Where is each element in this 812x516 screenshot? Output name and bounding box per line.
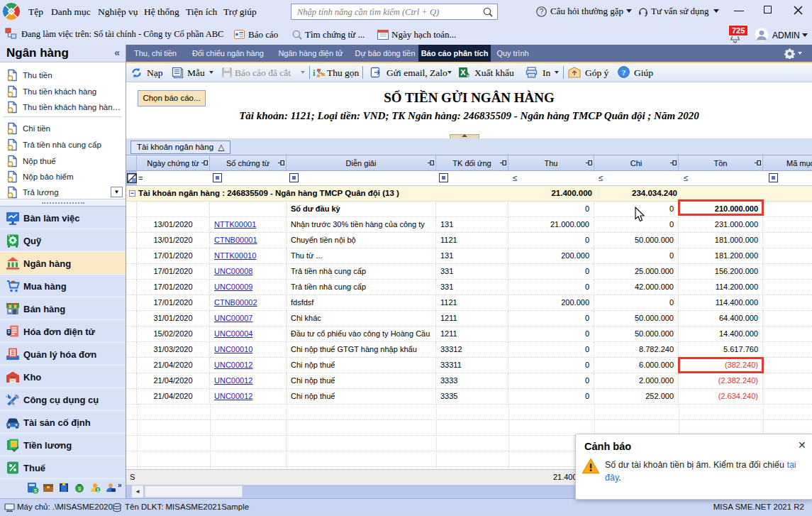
svg-text:i: i (313, 67, 316, 78)
svg-text:$: $ (34, 488, 37, 493)
svg-text:?: ? (540, 8, 544, 16)
svg-text:$: $ (96, 488, 99, 493)
svg-text:?: ? (622, 68, 626, 77)
svg-text:$: $ (78, 485, 82, 492)
svg-text:X: X (460, 68, 466, 77)
